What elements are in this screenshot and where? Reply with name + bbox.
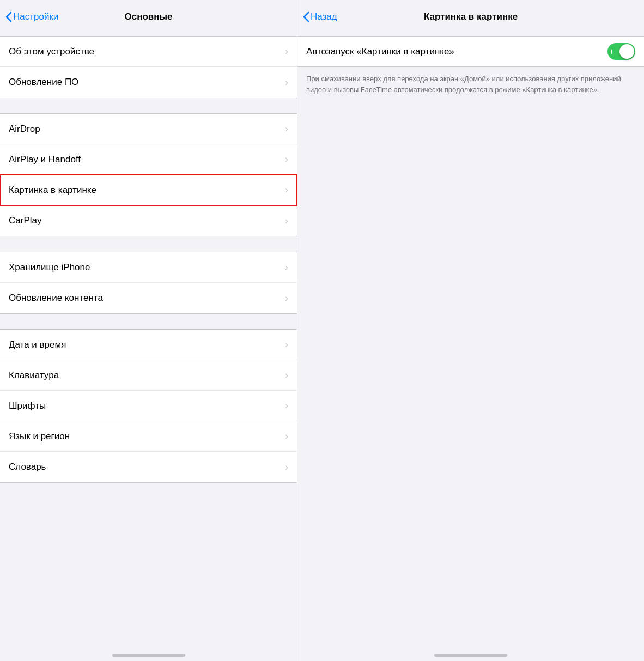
airplay-label: AirPlay и Handoff xyxy=(9,154,81,165)
about-row[interactable]: Об этом устройстве › xyxy=(0,37,297,67)
update-label: Обновление ПО xyxy=(9,77,78,88)
dictionary-label: Словарь xyxy=(9,462,46,472)
settings-group-1: Об этом устройстве › Обновление ПО › xyxy=(0,36,297,98)
left-panel: Настройки Основные Об этом устройстве › … xyxy=(0,0,297,661)
pip-toggle-row: Автозапуск «Картинки в картинке» I xyxy=(297,36,644,67)
chevron-icon: › xyxy=(285,462,288,473)
chevron-icon: › xyxy=(285,369,288,381)
chevron-icon: › xyxy=(285,154,288,165)
chevron-icon: › xyxy=(285,184,288,196)
settings-group-3: Хранилище iPhone › Обновление контента › xyxy=(0,252,297,314)
chevron-icon: › xyxy=(285,339,288,350)
settings-back-button[interactable]: Настройки xyxy=(5,11,58,22)
right-footer xyxy=(297,645,644,661)
pip-row[interactable]: Картинка в картинке › xyxy=(0,175,297,205)
pip-label: Картинка в картинке xyxy=(9,185,96,196)
keyboard-label: Клавиатура xyxy=(9,370,59,381)
settings-group-2: AirDrop › AirPlay и Handoff › Картинка в… xyxy=(0,113,297,236)
airdrop-row[interactable]: AirDrop › xyxy=(0,114,297,144)
toggle-on-indicator: I xyxy=(611,48,612,55)
spacer xyxy=(0,31,297,36)
home-indicator xyxy=(112,654,185,657)
chevron-icon: › xyxy=(285,400,288,411)
update-row[interactable]: Обновление ПО › xyxy=(0,67,297,98)
right-nav-header: Назад Картинка в картинке xyxy=(297,0,644,31)
right-panel: Назад Картинка в картинке Автозапуск «Ка… xyxy=(297,0,644,661)
bgrefresh-label: Обновление контента xyxy=(9,293,103,304)
chevron-icon: › xyxy=(285,77,288,88)
right-nav-title: Картинка в картинке xyxy=(424,11,518,22)
fonts-label: Шрифты xyxy=(9,401,46,411)
left-footer xyxy=(0,645,297,661)
spacer xyxy=(0,236,297,252)
carplay-label: CarPlay xyxy=(9,215,41,226)
chevron-icon: › xyxy=(285,430,288,442)
chevron-icon: › xyxy=(285,293,288,304)
back-label: Настройки xyxy=(13,11,58,22)
datetime-label: Дата и время xyxy=(9,339,66,350)
language-label: Язык и регион xyxy=(9,431,70,442)
settings-group-4: Дата и время › Клавиатура › Шрифты › Язы… xyxy=(0,329,297,483)
left-nav-header: Настройки Основные xyxy=(0,0,297,31)
right-back-label: Назад xyxy=(311,11,337,22)
bgrefresh-row[interactable]: Обновление контента › xyxy=(0,283,297,313)
spacer xyxy=(0,98,297,113)
pip-description: При смахивании вверх для перехода на экр… xyxy=(297,67,644,95)
airdrop-label: AirDrop xyxy=(9,124,40,135)
right-back-button[interactable]: Назад xyxy=(303,11,337,22)
storage-row[interactable]: Хранилище iPhone › xyxy=(0,252,297,283)
chevron-icon: › xyxy=(285,215,288,227)
carplay-row[interactable]: CarPlay › xyxy=(0,205,297,236)
spacer xyxy=(297,31,644,36)
dictionary-row[interactable]: Словарь › xyxy=(0,452,297,482)
pip-toggle-switch[interactable]: I xyxy=(607,43,635,60)
about-label: Об этом устройстве xyxy=(9,46,94,57)
home-indicator xyxy=(434,654,507,657)
spacer xyxy=(0,314,297,329)
chevron-icon: › xyxy=(285,123,288,135)
chevron-icon: › xyxy=(285,46,288,57)
datetime-row[interactable]: Дата и время › xyxy=(0,330,297,360)
keyboard-row[interactable]: Клавиатура › xyxy=(0,360,297,391)
airplay-row[interactable]: AirPlay и Handoff › xyxy=(0,144,297,175)
fonts-row[interactable]: Шрифты › xyxy=(0,391,297,421)
chevron-icon: › xyxy=(285,262,288,273)
pip-toggle-label: Автозапуск «Картинки в картинке» xyxy=(306,46,607,57)
language-row[interactable]: Язык и регион › xyxy=(0,421,297,452)
storage-label: Хранилище iPhone xyxy=(9,262,90,273)
left-nav-title: Основные xyxy=(124,11,172,22)
